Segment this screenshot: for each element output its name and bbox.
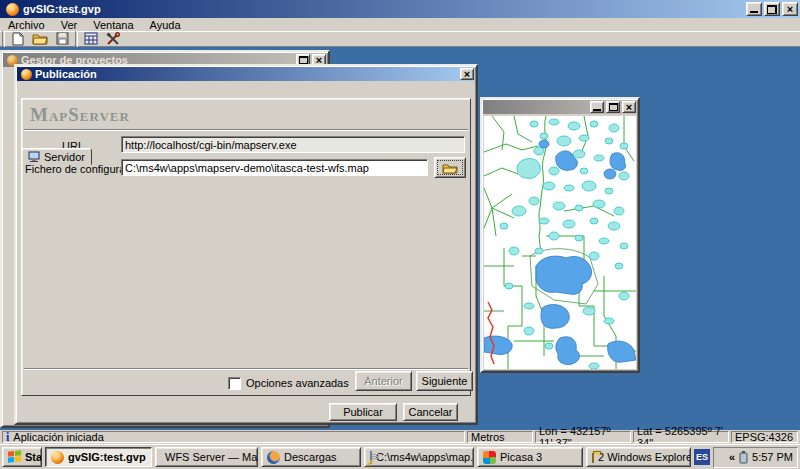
start-button[interactable]: Start — [2, 447, 42, 467]
siguiente-button[interactable]: Siguiente — [416, 371, 473, 391]
windows-logo-icon — [8, 450, 21, 463]
taskbar-item-label: C:\ms4w\apps\map... — [376, 451, 474, 463]
taskbar-item-label: WFS Server — Map... — [165, 451, 258, 463]
toolbar-handle — [2, 31, 5, 47]
map-maximize-button[interactable] — [606, 101, 620, 113]
system-tray: « 5:57 PM — [713, 447, 798, 468]
gvsig-dialog-icon — [21, 69, 32, 80]
statusbar: i Aplicación iniciada Metros Lon = 43215… — [0, 430, 800, 444]
status-message-cell: i Aplicación iniciada — [2, 431, 465, 443]
browse-button[interactable] — [434, 157, 466, 178]
text-editor-icon — [370, 451, 372, 464]
brand-divider — [24, 129, 468, 131]
save-project-button[interactable] — [51, 30, 73, 47]
tab-servidor[interactable]: Servidor — [21, 148, 92, 165]
anterior-label: Anterior — [364, 375, 403, 387]
gvsig-icon — [51, 451, 64, 464]
restore-button[interactable] — [764, 2, 780, 16]
bottom-divider — [24, 368, 468, 370]
app-titlebar: gvSIG:test.gvp × — [0, 0, 800, 18]
url-value: http://localhost/cgi-bin/mapserv.exe — [125, 139, 297, 151]
app-title: gvSIG:test.gvp — [23, 3, 746, 15]
toolbar — [0, 31, 800, 47]
maximize-icon — [299, 56, 308, 64]
dialog-close-button[interactable]: × — [460, 68, 474, 80]
config-file-input[interactable]: C:\ms4w\apps\mapserv-demo\itasca-test-wf… — [121, 159, 428, 176]
minimize-icon — [750, 6, 758, 13]
tools-icon — [106, 32, 120, 46]
taskbar-item-label: 2 Windows Explorer — [598, 451, 691, 463]
language-indicator[interactable]: ES — [694, 449, 710, 465]
info-icon: i — [6, 430, 9, 445]
publicar-label: Publicar — [343, 406, 383, 418]
minimize-icon — [593, 104, 601, 111]
map-canvas[interactable] — [484, 116, 636, 369]
language-label: ES — [696, 452, 708, 462]
new-document-icon — [12, 32, 24, 46]
start-label: Start — [25, 451, 42, 463]
map-minimize-button[interactable] — [590, 101, 604, 113]
status-units-cell: Metros — [467, 431, 533, 443]
minimize-button[interactable] — [746, 2, 762, 16]
tray-collapse-chevron[interactable]: « — [729, 451, 735, 463]
advanced-options-label: Opciones avanzadas — [246, 377, 349, 389]
map-close-button[interactable]: × — [622, 101, 636, 113]
anterior-button: Anterior — [355, 371, 412, 391]
status-lat-cell: Lat = 5265395º 7' 34" — [633, 431, 729, 443]
config-file-value: C:\ms4w\apps\mapserv-demo\itasca-test-wf… — [125, 162, 369, 174]
status-message: Aplicación iniciada — [13, 431, 104, 443]
taskbar: Start gvSIG:test.gvp WFS Server — Map...… — [0, 444, 800, 469]
publicacion-dialog: Publicación × Servidor Servicio Recursos — [14, 64, 478, 425]
dialog-titlebar: Publicación × — [17, 67, 475, 81]
taskbar-item-label: gvSIG:test.gvp — [68, 451, 146, 463]
menu-ayuda[interactable]: Ayuda — [142, 18, 189, 31]
gvsig-app-icon — [6, 3, 19, 16]
taskbar-item-gvsig[interactable]: gvSIG:test.gvp — [45, 447, 152, 467]
map-view-window: × — [480, 97, 640, 373]
toolbar-separator — [75, 31, 78, 47]
advanced-options-checkbox[interactable] — [228, 377, 241, 390]
save-icon — [56, 32, 69, 45]
taskbar-item-label: Descargas — [284, 451, 337, 463]
publicar-button[interactable]: Publicar — [329, 403, 397, 421]
advanced-options-row: Opciones avanzadas — [228, 373, 349, 393]
dialog-title: Publicación — [35, 68, 460, 80]
map-window-titlebar: × — [483, 100, 637, 114]
cancelar-label: Cancelar — [408, 406, 452, 418]
status-lon-cell: Lon = 432157º 11' 37" — [535, 431, 631, 443]
open-project-button[interactable] — [29, 30, 51, 47]
status-epsg-cell: EPSG:4326 — [731, 431, 798, 443]
restore-icon — [767, 5, 777, 14]
maximize-icon — [609, 103, 618, 111]
desktop-screen: gvSIG:test.gvp × Archivo Ver Ventana Ayu… — [0, 0, 800, 469]
taskbar-item-explorer-group[interactable]: 2 Windows Explorer ▾ — [586, 447, 691, 467]
server-icon — [28, 151, 40, 162]
taskbar-item-label: Picasa 3 — [500, 451, 542, 463]
picasa-icon — [483, 451, 496, 464]
project-manager-icon — [84, 32, 98, 45]
tray-device-icon[interactable] — [739, 451, 748, 464]
clock[interactable]: 5:57 PM — [752, 451, 793, 463]
taskbar-item-picasa[interactable]: Picasa 3 — [477, 447, 583, 467]
preferences-button[interactable] — [102, 30, 124, 47]
firefox-icon — [267, 451, 280, 464]
focus-rect — [437, 160, 463, 175]
open-folder-icon — [32, 32, 48, 45]
new-document-button[interactable] — [7, 30, 29, 47]
status-epsg: EPSG:4326 — [735, 431, 793, 443]
mapserver-wordmark: MapServer — [30, 104, 130, 126]
url-input[interactable]: http://localhost/cgi-bin/mapserv.exe — [121, 136, 465, 153]
tab-panel: MapServer URL http://localhost/cgi-bin/m… — [21, 98, 471, 396]
mdi-client-area: Gestor de proyectos × × — [0, 47, 800, 430]
cancelar-button[interactable]: Cancelar — [403, 403, 458, 421]
taskbar-item-descargas[interactable]: Descargas — [261, 447, 361, 467]
close-button[interactable]: × — [782, 2, 798, 16]
itasca-map-graphic — [484, 116, 636, 369]
project-manager-button[interactable] — [80, 30, 102, 47]
folder-icon — [592, 453, 594, 463]
status-units: Metros — [471, 431, 505, 443]
tab-servidor-label: Servidor — [44, 151, 85, 163]
taskbar-item-map-file[interactable]: C:\ms4w\apps\map... — [364, 447, 474, 467]
taskbar-item-wfs-server[interactable]: WFS Server — Map... — [155, 447, 258, 467]
siguiente-label: Siguiente — [422, 375, 468, 387]
